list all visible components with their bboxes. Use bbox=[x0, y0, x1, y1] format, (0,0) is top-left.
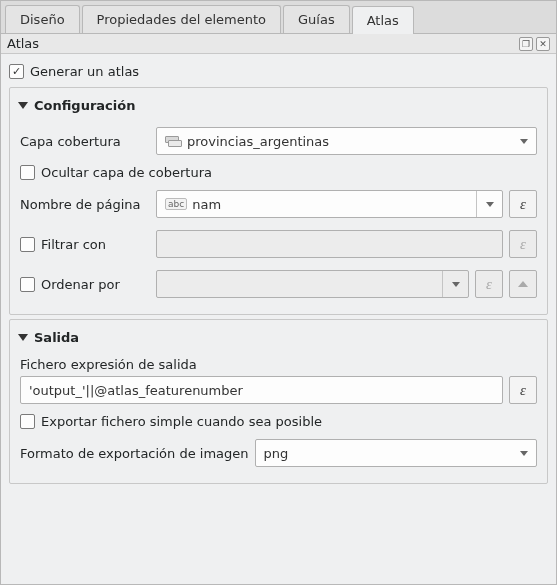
chevron-down-icon bbox=[486, 202, 494, 207]
coverage-layer-label: Capa cobertura bbox=[20, 134, 150, 149]
file-expression-input[interactable]: 'output_'||@atlas_featurenumber bbox=[20, 376, 503, 404]
panel-title-bar: Atlas ❐ ✕ bbox=[1, 34, 556, 54]
hide-coverage-row: Ocultar capa de cobertura bbox=[18, 161, 539, 184]
string-field-icon: abc bbox=[165, 198, 187, 211]
panel-detach-button[interactable]: ❐ bbox=[519, 37, 533, 51]
page-name-value: nam bbox=[192, 197, 221, 212]
order-by-expression-button: ε bbox=[475, 270, 503, 298]
order-by-label: Ordenar por bbox=[41, 277, 120, 292]
panel-content: Generar un atlas Configuración Capa cobe… bbox=[1, 54, 556, 494]
sort-direction-button bbox=[509, 270, 537, 298]
chevron-down-icon bbox=[18, 102, 28, 109]
image-format-value: png bbox=[264, 446, 289, 461]
chevron-down-icon bbox=[520, 139, 528, 144]
atlas-panel-window: Diseño Propiedades del elemento Guías At… bbox=[0, 0, 557, 585]
tab-atlas[interactable]: Atlas bbox=[352, 6, 414, 34]
filter-with-input bbox=[156, 230, 503, 258]
order-by-checkbox[interactable] bbox=[20, 277, 35, 292]
panel-close-button[interactable]: ✕ bbox=[536, 37, 550, 51]
page-name-label: Nombre de página bbox=[20, 197, 150, 212]
chevron-down-icon bbox=[520, 451, 528, 456]
hide-coverage-label: Ocultar capa de cobertura bbox=[41, 165, 212, 180]
output-title: Salida bbox=[34, 330, 79, 345]
tab-guides[interactable]: Guías bbox=[283, 5, 350, 33]
coverage-layer-value: provincias_argentinas bbox=[187, 134, 329, 149]
page-name-expression-button[interactable]: ε bbox=[509, 190, 537, 218]
tab-design[interactable]: Diseño bbox=[5, 5, 80, 33]
tab-item-properties[interactable]: Propiedades del elemento bbox=[82, 5, 281, 33]
page-name-row: Nombre de página abc nam ε bbox=[18, 184, 539, 224]
file-expression-row: 'output_'||@atlas_featurenumber ε bbox=[18, 374, 539, 410]
filter-with-label: Filtrar con bbox=[41, 237, 106, 252]
export-single-row: Exportar fichero simple cuando sea posib… bbox=[18, 410, 539, 433]
coverage-layer-row: Capa cobertura provincias_argentinas bbox=[18, 121, 539, 161]
file-expression-button[interactable]: ε bbox=[509, 376, 537, 404]
generate-atlas-checkbox[interactable] bbox=[9, 64, 24, 79]
coverage-layer-combo[interactable]: provincias_argentinas bbox=[156, 127, 537, 155]
export-single-checkbox[interactable] bbox=[20, 414, 35, 429]
arrow-up-icon bbox=[518, 281, 528, 287]
output-header[interactable]: Salida bbox=[18, 320, 539, 353]
chevron-down-icon bbox=[18, 334, 28, 341]
generate-atlas-label: Generar un atlas bbox=[30, 64, 139, 79]
polygon-layer-icon bbox=[165, 136, 181, 146]
tab-bar: Diseño Propiedades del elemento Guías At… bbox=[1, 1, 556, 34]
configuration-group: Configuración Capa cobertura provincias_… bbox=[9, 87, 548, 315]
filter-with-row: Filtrar con ε bbox=[18, 224, 539, 264]
filter-expression-button: ε bbox=[509, 230, 537, 258]
image-format-row: Formato de exportación de imagen png bbox=[18, 433, 539, 473]
panel-title: Atlas bbox=[7, 36, 516, 51]
filter-with-checkbox[interactable] bbox=[20, 237, 35, 252]
page-name-combo[interactable]: abc nam bbox=[156, 190, 503, 218]
image-format-combo[interactable]: png bbox=[255, 439, 537, 467]
generate-atlas-row: Generar un atlas bbox=[7, 60, 550, 83]
order-by-row: Ordenar por ε bbox=[18, 264, 539, 304]
chevron-down-icon bbox=[452, 282, 460, 287]
file-expression-value: 'output_'||@atlas_featurenumber bbox=[29, 383, 243, 398]
file-expression-label: Fichero expresión de salida bbox=[18, 353, 539, 374]
output-group: Salida Fichero expresión de salida 'outp… bbox=[9, 319, 548, 484]
export-single-label: Exportar fichero simple cuando sea posib… bbox=[41, 414, 322, 429]
image-format-label: Formato de exportación de imagen bbox=[20, 446, 249, 461]
configuration-title: Configuración bbox=[34, 98, 135, 113]
order-by-combo bbox=[156, 270, 469, 298]
configuration-header[interactable]: Configuración bbox=[18, 88, 539, 121]
hide-coverage-checkbox[interactable] bbox=[20, 165, 35, 180]
